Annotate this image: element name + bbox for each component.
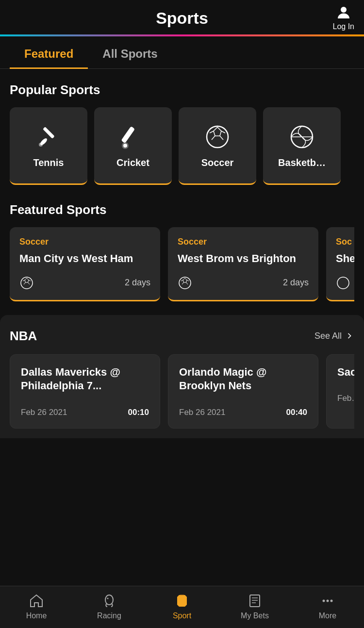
featured-time-0: 2 days [125, 278, 150, 288]
soccer-icon [203, 122, 232, 151]
bottom-nav: Home Racing Sport My Bets [0, 586, 364, 628]
racing-icon [101, 593, 117, 609]
basketball-label: Basketb… [278, 157, 326, 168]
featured-footer-2 [336, 276, 354, 290]
sport-icon [174, 593, 190, 609]
featured-sports-list: Soccer Man City vs West Ham 2 days Socce… [10, 227, 354, 301]
svg-line-20 [24, 282, 26, 284]
svg-marker-8 [214, 127, 221, 136]
sport-card-tennis[interactable]: Tennis [10, 107, 87, 185]
featured-sport-1: Soccer [178, 237, 309, 247]
header: Sports Log In [0, 0, 364, 34]
svg-point-21 [179, 277, 191, 289]
svg-point-3 [39, 143, 43, 147]
nba-header: NBA See All [10, 329, 354, 344]
home-label: Home [26, 611, 47, 620]
tab-all-sports[interactable]: All Sports [88, 36, 172, 68]
cricket-icon [118, 122, 148, 151]
mybets-label: My Bets [241, 611, 269, 620]
nba-teams-0: Dallas Mavericks @ Philadelphia 7... [21, 365, 149, 393]
nav-item-home[interactable]: Home [0, 586, 73, 628]
user-icon [335, 4, 352, 21]
nav-item-racing[interactable]: Racing [73, 586, 146, 628]
tennis-label: Tennis [33, 157, 64, 168]
svg-point-15 [21, 277, 33, 289]
nav-item-mybets[interactable]: My Bets [218, 586, 291, 628]
nba-card-2[interactable]: Sac… @ B… Feb… [326, 354, 354, 429]
basketball-icon [287, 122, 316, 151]
svg-rect-30 [250, 595, 260, 607]
nba-time-0: 00:10 [128, 408, 149, 417]
svg-rect-2 [43, 127, 55, 139]
popular-sports-title: Popular Sports [10, 83, 354, 98]
svg-line-10 [221, 131, 225, 133]
featured-card-2[interactable]: Soc She… Live [326, 227, 354, 301]
cricket-label: Cricket [116, 157, 149, 168]
svg-marker-22 [183, 278, 187, 282]
svg-rect-4 [121, 126, 135, 143]
nba-card-1[interactable]: Orlando Magic @ Brooklyn Nets Feb 26 202… [168, 354, 318, 429]
login-button[interactable]: Log In [333, 4, 354, 31]
login-label: Log In [333, 22, 354, 31]
sport-card-soccer[interactable]: Soccer [179, 107, 256, 185]
nba-date-1: Feb 26 2021 [179, 408, 225, 417]
popular-sports-list: Tennis Cricket Soccer [10, 107, 354, 185]
featured-footer-0: 2 days [19, 276, 150, 290]
nba-section: NBA See All Dallas Mavericks @ Philadelp… [0, 315, 364, 438]
svg-line-26 [182, 282, 184, 284]
nav-item-sport[interactable]: Sport [146, 586, 218, 628]
sport-label: Sport [173, 611, 191, 620]
featured-teams-1: West Brom vs Brighton [178, 252, 309, 266]
nba-cards-list: Dallas Mavericks @ Philadelphia 7... Feb… [10, 354, 354, 429]
nba-date-2: Feb… [337, 394, 354, 403]
svg-point-0 [341, 7, 347, 13]
svg-marker-16 [25, 278, 29, 282]
soccer-ball-icon-1 [178, 276, 192, 290]
sport-card-basketball[interactable]: Basketb… [263, 107, 341, 185]
svg-point-6 [123, 144, 127, 148]
mybets-icon [247, 593, 263, 609]
see-all-label: See All [314, 331, 342, 341]
svg-point-34 [323, 600, 325, 602]
featured-sport-0: Soccer [19, 237, 150, 247]
featured-footer-1: 2 days [178, 276, 309, 290]
soccer-ball-icon-2 [336, 276, 350, 290]
see-all-button[interactable]: See All [314, 331, 354, 341]
svg-point-28 [105, 595, 113, 605]
soccer-ball-icon-0 [19, 276, 34, 290]
nba-teams-1: Orlando Magic @ Brooklyn Nets [179, 365, 307, 393]
main-content: Popular Sports Tennis Cricket [0, 69, 364, 492]
more-icon [320, 593, 335, 609]
page-title: Sports [156, 9, 208, 28]
home-icon [29, 593, 44, 609]
racing-label: Racing [97, 611, 121, 620]
nba-footer-1: Feb 26 2021 00:40 [179, 408, 307, 417]
nba-card-0[interactable]: Dallas Mavericks @ Philadelphia 7... Feb… [10, 354, 160, 429]
featured-sports-title: Featured Sports [10, 202, 354, 217]
featured-teams-2: She… Live [336, 252, 354, 266]
featured-card-1[interactable]: Soccer West Brom vs Brighton 2 days [168, 227, 318, 301]
svg-line-9 [210, 131, 214, 133]
more-label: More [319, 611, 336, 620]
tab-featured[interactable]: Featured [10, 36, 88, 68]
sport-card-cricket[interactable]: Cricket [94, 107, 172, 185]
svg-line-19 [28, 282, 30, 284]
soccer-label: Soccer [201, 157, 234, 168]
svg-line-25 [186, 282, 188, 284]
chevron-right-icon [345, 331, 354, 341]
nba-footer-0: Feb 26 2021 00:10 [21, 408, 149, 417]
tennis-icon [34, 122, 63, 151]
svg-line-11 [220, 136, 223, 140]
nba-teams-2: Sac… @ B… [337, 365, 354, 380]
svg-line-23 [181, 280, 183, 281]
featured-teams-0: Man City vs West Ham [19, 252, 150, 266]
svg-point-27 [337, 277, 349, 289]
svg-line-18 [29, 280, 31, 281]
nba-footer-2: Feb… [337, 394, 354, 403]
featured-time-1: 2 days [283, 278, 309, 288]
nba-time-1: 00:40 [286, 408, 307, 417]
svg-point-7 [207, 126, 228, 148]
featured-card-0[interactable]: Soccer Man City vs West Ham 2 days [10, 227, 160, 301]
nba-title: NBA [10, 329, 37, 344]
nav-item-more[interactable]: More [291, 586, 364, 628]
